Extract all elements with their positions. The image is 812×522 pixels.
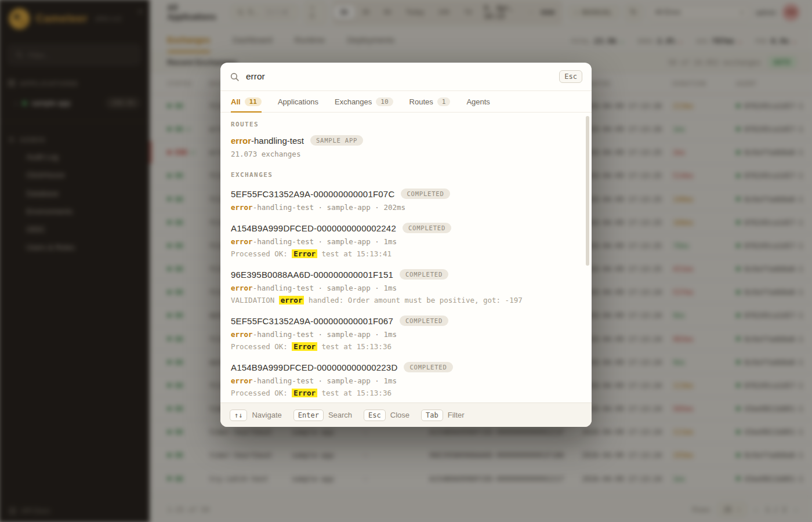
message-highlight: Error xyxy=(292,342,317,351)
modal-tab-label: Routes xyxy=(409,97,433,106)
modal-results-list: ROUTES error-handling-test SAMPLE APP 21… xyxy=(220,113,592,403)
completed-badge: COMPLETED xyxy=(403,223,451,233)
modal-tab-count: 10 xyxy=(376,97,393,106)
message-post: test at 15:13:36 xyxy=(317,342,392,351)
message-highlight: error xyxy=(279,296,304,304)
keyboard-hint: ↑↓ Navigate xyxy=(230,409,282,421)
route-exchange-count: 21.073 exchanges xyxy=(231,150,581,158)
exchange-id: 96E395B0088AA6D-000000000001F151 xyxy=(231,270,393,280)
route-result[interactable]: error-handling-test SAMPLE APP 21.073 ex… xyxy=(231,133,581,164)
app-root: « Cameleer a9dcce2 Filter... APPLICATION… xyxy=(0,0,812,522)
exchange-message-line: VALIDATION error handled: Order amount m… xyxy=(231,296,581,304)
routes-section-header: ROUTES xyxy=(231,121,581,128)
modal-tab-count: 1 xyxy=(437,97,451,106)
exchange-message-line: Processed OK: Error test at 15:13:41 xyxy=(231,249,581,258)
sub-highlight: error xyxy=(231,237,253,246)
exchange-result[interactable]: A154B9A999DFCED-000000000000223D COMPLET… xyxy=(220,357,592,403)
sub-rest: -handling-test · sample-app · 1ms xyxy=(253,284,397,292)
message-highlight: Error xyxy=(292,389,317,397)
message-pre: Processed OK: xyxy=(231,389,292,397)
sub-highlight: error xyxy=(231,376,253,385)
hint-label: Search xyxy=(328,411,352,419)
exchange-result[interactable]: 96E395B0088AA6D-000000000001F151 COMPLET… xyxy=(220,264,592,310)
sample-app-badge: SAMPLE APP xyxy=(310,135,363,146)
hint-label: Filter xyxy=(448,411,465,419)
exchange-message-line: Processed OK: Error test at 15:13:36 xyxy=(231,389,581,397)
modal-filter-tabs: All 11 Applications Exchanges 10 Routes … xyxy=(220,91,592,113)
message-post: test at 15:13:36 xyxy=(317,389,392,397)
sub-rest: -handling-test · sample-app · 1ms xyxy=(253,237,397,246)
keyboard-hint: Esc Close xyxy=(364,409,409,421)
modal-tab-label: Exchanges xyxy=(335,97,372,106)
sub-highlight: error xyxy=(231,203,253,212)
sub-highlight: error xyxy=(231,284,253,292)
exchange-id: 5EF55FC31352A9A-000000000001F07C xyxy=(231,189,394,199)
completed-badge: COMPLETED xyxy=(401,188,449,199)
exchange-title-row: 5EF55FC31352A9A-000000000001F067 COMPLET… xyxy=(231,316,581,326)
message-pre: VALIDATION xyxy=(231,296,279,304)
route-title-row: error-handling-test SAMPLE APP xyxy=(231,135,581,146)
modal-tab-label: All xyxy=(231,97,241,106)
exchange-message-line: Processed OK: Error test at 15:13:36 xyxy=(231,342,581,351)
modal-search-input[interactable] xyxy=(246,71,553,82)
modal-search-bar: Esc xyxy=(220,63,592,91)
route-name-rest: -handling-test xyxy=(251,136,304,146)
modal-filter-tab[interactable]: Agents xyxy=(466,91,490,112)
message-post: handled: Order amount must be positive, … xyxy=(304,296,522,304)
search-icon xyxy=(230,72,240,82)
exchange-sub-line: error-handling-test · sample-app · 1ms xyxy=(231,237,581,246)
exchange-title-row: A154B9A999DFCED-0000000000002242 COMPLET… xyxy=(231,223,581,233)
modal-scrollbar-thumb[interactable] xyxy=(586,116,589,266)
exchange-id: 5EF55FC31352A9A-000000000001F067 xyxy=(231,316,393,326)
exchange-sub-line: error-handling-test · sample-app · 1ms xyxy=(231,284,581,292)
hint-label: Navigate xyxy=(252,411,281,419)
route-name-highlight: error xyxy=(231,136,251,146)
exchange-title-row: 5EF55FC31352A9A-000000000001F07C COMPLET… xyxy=(231,188,581,199)
hint-key: Esc xyxy=(364,409,386,421)
message-pre: Processed OK: xyxy=(231,342,292,351)
sub-rest: -handling-test · sample-app · 202ms xyxy=(253,203,405,212)
hint-key: Tab xyxy=(421,409,443,421)
modal-filter-tab[interactable]: Exchanges 10 xyxy=(335,91,393,112)
completed-badge: COMPLETED xyxy=(400,316,448,326)
modal-filter-tab[interactable]: Applications xyxy=(278,91,318,112)
exchange-sub-line: error-handling-test · sample-app · 1ms xyxy=(231,330,581,339)
exchange-title-row: 96E395B0088AA6D-000000000001F151 COMPLET… xyxy=(231,269,581,280)
message-pre: Processed OK: xyxy=(231,249,292,258)
modal-filter-tab[interactable]: Routes 1 xyxy=(409,91,451,112)
completed-badge: COMPLETED xyxy=(400,269,448,280)
global-search-modal: Esc All 11 Applications Exchanges 10 xyxy=(220,63,592,427)
modal-footer: ↑↓ Navigate Enter Search Esc Close Tab F… xyxy=(220,403,592,427)
sub-rest: -handling-test · sample-app · 1ms xyxy=(253,330,397,339)
exchange-result[interactable]: 5EF55FC31352A9A-000000000001F07C COMPLET… xyxy=(220,183,592,217)
esc-kbd[interactable]: Esc xyxy=(559,70,582,83)
keyboard-hint: Tab Filter xyxy=(421,409,465,421)
sub-highlight: error xyxy=(231,330,253,339)
message-highlight: Error xyxy=(292,249,317,258)
message-post: test at 15:13:41 xyxy=(317,249,392,258)
exchange-id: A154B9A999DFCED-0000000000002242 xyxy=(231,223,396,233)
hint-key: Enter xyxy=(293,409,324,421)
exchange-id: A154B9A999DFCED-000000000000223D xyxy=(231,362,397,372)
hint-key: ↑↓ xyxy=(230,409,247,421)
modal-tab-count: 11 xyxy=(245,97,262,106)
modal-filter-tab[interactable]: All 11 xyxy=(231,91,262,112)
exchange-sub-line: error-handling-test · sample-app · 1ms xyxy=(231,376,581,385)
sub-rest: -handling-test · sample-app · 1ms xyxy=(253,376,397,385)
exchange-result[interactable]: 5EF55FC31352A9A-000000000001F067 COMPLET… xyxy=(220,310,592,357)
route-name: error-handling-test xyxy=(231,136,304,146)
hint-label: Close xyxy=(390,411,409,419)
keyboard-hint: Enter Search xyxy=(293,409,352,421)
completed-badge: COMPLETED xyxy=(404,362,452,372)
exchanges-section-header: EXCHANGES xyxy=(231,171,581,179)
modal-tab-label: Applications xyxy=(278,97,318,106)
exchange-sub-line: error-handling-test · sample-app · 202ms xyxy=(231,203,581,212)
exchange-results: 5EF55FC31352A9A-000000000001F07C COMPLET… xyxy=(231,183,581,403)
modal-tab-label: Agents xyxy=(466,97,490,106)
exchange-result[interactable]: A154B9A999DFCED-0000000000002242 COMPLET… xyxy=(220,217,592,264)
exchange-title-row: A154B9A999DFCED-000000000000223D COMPLET… xyxy=(231,362,581,372)
